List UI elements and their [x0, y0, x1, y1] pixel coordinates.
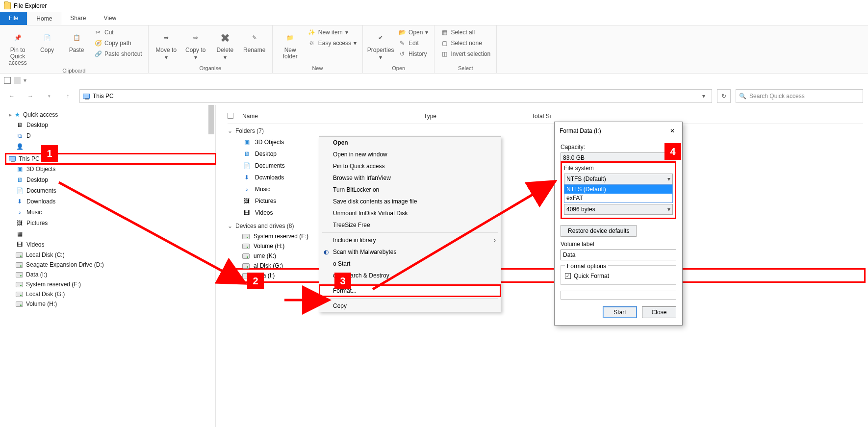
malwarebytes-icon: ◐	[322, 248, 330, 256]
address-dropdown[interactable]: ▾	[699, 93, 709, 100]
nav-user[interactable]: 👤	[6, 141, 215, 152]
address-bar[interactable]: This PC ▾	[79, 89, 712, 103]
group-label: Select	[439, 64, 491, 72]
ctx-bitlocker[interactable]: Turn BitLocker on	[319, 184, 501, 196]
window-title: File Explorer	[14, 2, 47, 9]
chevron-down-icon: ⌄	[228, 127, 232, 134]
qat-mini[interactable]	[14, 77, 21, 84]
ctx-start[interactable]: o Start	[319, 258, 501, 270]
col-size[interactable]: Total Si	[532, 113, 590, 120]
nav-local-c[interactable]: Local Disk (C:)	[6, 250, 215, 260]
easy-access-button[interactable]: ⛭Easy access ▾	[307, 38, 357, 48]
tab-home[interactable]: Home	[27, 12, 61, 25]
tab-file[interactable]: File	[0, 12, 27, 25]
ctx-malwarebytes[interactable]: ◐Scan with Malwarebytes	[319, 246, 501, 258]
ctx-pin[interactable]: Pin to Quick access	[319, 160, 501, 172]
ctx-open-window[interactable]: Open in new window	[319, 149, 501, 160]
paste-button[interactable]: 📋Paste	[64, 27, 89, 53]
search-box[interactable]: 🔍 Search Quick access	[736, 89, 863, 103]
drive-icon	[242, 253, 250, 259]
nav-up-button[interactable]: ↑	[61, 89, 75, 103]
volume-label-input[interactable]	[561, 250, 676, 260]
copy-path-button[interactable]: 🧭Copy path	[93, 38, 143, 48]
ribbon-tabs: File Home Share View	[0, 12, 868, 25]
close-button[interactable]: Close	[642, 306, 676, 318]
copy-to-button[interactable]: ⇨Copy to▾	[183, 27, 208, 61]
new-item-button[interactable]: ✨New item ▾	[307, 27, 357, 37]
cut-icon: ✂	[94, 28, 102, 36]
ctx-unmount[interactable]: Unmount ImDisk Virtual Disk	[319, 207, 501, 219]
ctx-library[interactable]: Include in library›	[319, 234, 501, 246]
select-all-button[interactable]: ▦Select all	[439, 27, 491, 37]
ctx-copy[interactable]: Copy	[319, 300, 501, 312]
nav-3d-objects[interactable]: ▣3D Objects	[6, 164, 215, 175]
nav-desktop2[interactable]: 🖥Desktop	[6, 175, 215, 185]
nav-downloads[interactable]: ⬇Downloads	[6, 196, 215, 207]
filesystem-select[interactable]: NTFS (Default)▾	[564, 174, 673, 184]
nav-back-button[interactable]: ←	[5, 89, 19, 103]
fs-option-exfat[interactable]: exFAT	[564, 194, 672, 202]
nav-this-pc[interactable]: This PC	[6, 154, 215, 164]
group-label: Open	[368, 64, 429, 72]
ctx-irfanview[interactable]: Browse with IrfanView	[319, 172, 501, 184]
history-button[interactable]: ↺History	[397, 49, 429, 59]
nav-unknown[interactable]: ▦	[6, 228, 215, 239]
nav-volume-h[interactable]: Volume (H:)	[6, 299, 215, 309]
nav-desktop[interactable]: 🖥Desktop	[6, 120, 215, 130]
col-name[interactable]: Name	[242, 113, 424, 120]
nav-forward-button[interactable]: →	[24, 89, 37, 103]
move-to-button[interactable]: ➡Move to▾	[153, 27, 179, 61]
qat-check[interactable]	[4, 77, 11, 84]
nav-pictures[interactable]: 🖼Pictures	[6, 218, 215, 228]
col-type[interactable]: Type	[424, 113, 532, 120]
ctx-savedisk[interactable]: Save disk contents as image file	[319, 196, 501, 207]
nav-videos[interactable]: 🎞Videos	[6, 239, 215, 250]
invert-selection-button[interactable]: ◫Invert selection	[439, 49, 491, 59]
edit-button[interactable]: ✎Edit	[397, 38, 429, 48]
nav-system-f[interactable]: System reserved (F:)	[6, 279, 215, 289]
qat-caret[interactable]: ▾	[24, 77, 26, 84]
download-icon: ⬇	[16, 198, 24, 205]
nav-scrollbar[interactable]	[208, 105, 214, 134]
folders-section[interactable]: ⌄ Folders (7)	[228, 124, 863, 136]
select-none-button[interactable]: ▢Select none	[439, 38, 491, 48]
cut-button[interactable]: ✂Cut	[93, 27, 143, 37]
moveto-icon: ➡	[158, 30, 174, 46]
ctx-open[interactable]: Open	[319, 137, 501, 149]
nav-d[interactable]: ⧉D	[6, 130, 215, 141]
copy-button[interactable]: 📄Copy	[34, 27, 60, 53]
chevron-right-icon: ›	[494, 237, 496, 244]
open-button[interactable]: 📂Open ▾	[397, 27, 429, 37]
fs-option-ntfs[interactable]: NTFS (Default)	[564, 185, 672, 194]
quick-format-row[interactable]: ✓ Quick Format	[565, 273, 672, 279]
properties-button[interactable]: ✔Properties▾	[368, 27, 393, 61]
quick-format-checkbox[interactable]: ✓	[565, 273, 571, 279]
tab-view[interactable]: View	[95, 12, 125, 25]
nav-music[interactable]: ♪Music	[6, 207, 215, 218]
drive-icon	[16, 292, 23, 297]
rename-button[interactable]: ✎Rename	[242, 27, 267, 53]
group-organise: ➡Move to▾ ⇨Copy to▾ ✖Delete▾ ✎Rename Org…	[149, 25, 273, 73]
newfolder-icon: 📁	[282, 30, 298, 46]
new-folder-button[interactable]: 📁New folder	[278, 27, 303, 60]
nav-quick-access[interactable]: ▸ ★ Quick access	[6, 110, 215, 120]
col-check[interactable]	[228, 113, 242, 120]
group-new: 📁New folder ✨New item ▾ ⛭Easy access ▾ N…	[273, 25, 363, 73]
close-button[interactable]: ✕	[667, 126, 677, 136]
nav-data-i[interactable]: Data (I:)	[6, 270, 215, 279]
nav-documents[interactable]: 📄Documents	[6, 185, 215, 196]
nav-local-g[interactable]: Local Disk (G:)	[6, 289, 215, 299]
delete-icon: ✖	[217, 30, 233, 46]
nav-seagate-d[interactable]: Seagate Expansion Drive (D:)	[6, 260, 215, 270]
delete-button[interactable]: ✖Delete▾	[212, 27, 238, 61]
paste-shortcut-button[interactable]: 🔗Paste shortcut	[93, 49, 143, 59]
nav-recent-button[interactable]: ▾	[42, 89, 56, 103]
start-button[interactable]: Start	[603, 306, 637, 318]
allocation-select[interactable]: 4096 bytes▾	[564, 204, 673, 215]
refresh-button[interactable]: ↻	[717, 89, 731, 103]
pin-quick-access-button[interactable]: 📌Pin to Quick access	[5, 27, 30, 67]
address-row: ← → ▾ ↑ This PC ▾ ↻ 🔍 Search Quick acces…	[0, 87, 868, 105]
tab-share[interactable]: Share	[61, 12, 95, 25]
ctx-treesize[interactable]: TreeSize Free	[319, 219, 501, 231]
restore-defaults-button[interactable]: Restore device defaults	[561, 225, 637, 237]
